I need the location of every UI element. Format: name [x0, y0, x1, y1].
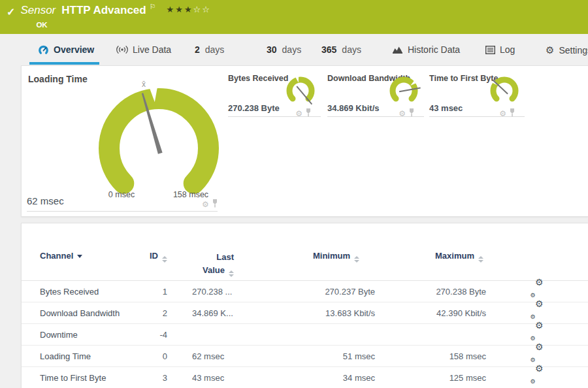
gauge-scale-max: 158 msec	[168, 190, 214, 199]
channel-name[interactable]: Loading Time	[40, 346, 139, 367]
gauges-panel: Loading Time x̄ 0 msec 158 msec 62 msec …	[21, 65, 588, 217]
channel-id: 2	[139, 302, 167, 324]
channel-maximum: 125 msec	[375, 367, 486, 388]
gauge-settings-gear-icon[interactable]: ⚙	[499, 110, 506, 118]
channel-name[interactable]: Bytes Received	[40, 281, 139, 302]
sort-arrows-icon	[478, 256, 483, 263]
gauge-settings-gear-icon[interactable]: ⚙	[202, 201, 209, 208]
channel-name[interactable]: Download Bandwidth	[40, 302, 139, 324]
tab-30-days[interactable]: 30 days	[267, 44, 301, 55]
tab-settings[interactable]: ⚙ Settings	[546, 44, 588, 56]
object-kind-label: Sensor	[20, 4, 56, 17]
mini-gauge-download-bandwidth: Download Bandwidth 34.869 Kbit/s ⚙	[327, 74, 424, 117]
divider	[27, 211, 218, 212]
priority-stars[interactable]: ★★★☆☆	[167, 5, 211, 14]
column-header-channel[interactable]: Channel	[40, 251, 139, 261]
channel-minimum: 51 msec	[264, 346, 375, 367]
tab-number: 30	[267, 44, 277, 55]
gauge-pin-icon[interactable]	[305, 108, 312, 120]
channel-last-value: 62 msec	[167, 346, 264, 367]
tab-label: days	[282, 44, 302, 55]
live-data-icon	[116, 45, 128, 54]
table-row: Loading Time 0 62 msec 51 msec 158 msec …	[22, 346, 588, 367]
tab-365-days[interactable]: 365 days	[321, 44, 361, 55]
tab-label: Live Data	[133, 44, 171, 55]
stars-filled[interactable]: ★★★	[167, 5, 193, 14]
tab-bar: Overview Live Data 2 days 30 days 365 da…	[0, 34, 588, 65]
sensor-title: HTTP Advanced	[61, 4, 146, 17]
sensor-status-badge: OK	[36, 21, 210, 29]
sort-arrows-icon	[162, 256, 167, 263]
mini-gauge-value: 34.869 Kbit/s	[327, 103, 380, 113]
channel-table-panel: Channel ID Last Value Minimum Maximum By…	[21, 223, 588, 388]
tab-label: Overview	[54, 44, 94, 55]
channel-maximum: 42.390 Kbit/s	[375, 302, 486, 324]
channel-name[interactable]: Downtime	[40, 324, 139, 346]
table-row: Time to First Byte 3 43 msec 34 msec 125…	[22, 367, 588, 388]
channel-id: 3	[139, 367, 167, 388]
bytes-received-gauge	[283, 75, 318, 108]
column-header-last-value[interactable]: Last Value	[167, 251, 264, 277]
table-row: Download Bandwidth 2 34.869 K... 13.683 …	[22, 302, 588, 324]
mini-gauge-value: 270.238 Byte	[228, 103, 280, 113]
gauge-settings-gear-icon[interactable]: ⚙	[295, 110, 302, 118]
primary-gauge-title: Loading Time	[28, 74, 88, 84]
channel-id: -4	[139, 324, 167, 346]
channel-settings-icon[interactable]: ⚙⚙	[531, 283, 544, 295]
sort-caret-down-icon	[77, 255, 82, 258]
tab-number: 365	[321, 44, 336, 55]
channel-last-value: 34.869 K...	[167, 302, 264, 324]
prtg-sensor-page: ✓ Sensor HTTP Advanced ⚐ ★★★☆☆ OK Overvi…	[0, 0, 588, 388]
tab-2-days[interactable]: 2 days	[195, 44, 224, 55]
sort-arrows-icon	[229, 270, 234, 277]
tab-label: days	[205, 44, 225, 55]
sensor-header: ✓ Sensor HTTP Advanced ⚐ ★★★☆☆ OK	[0, 0, 588, 34]
mini-gauge-bytes-received: Bytes Received 270.238 Byte ⚙	[228, 74, 321, 117]
channel-minimum: 13.683 Kbit/s	[264, 302, 375, 324]
table-header-row: Channel ID Last Value Minimum Maximum	[22, 248, 588, 281]
channel-last-value: 43 msec	[167, 367, 264, 388]
download-bandwidth-gauge	[386, 75, 421, 108]
channel-settings-icon[interactable]: ⚙⚙	[531, 304, 544, 316]
channel-id: 0	[139, 346, 167, 367]
gear-icon: ⚙	[546, 44, 554, 56]
channel-minimum: 270.237 Byte	[264, 281, 375, 302]
gauge-pin-icon[interactable]	[408, 108, 415, 120]
column-header-minimum[interactable]: Minimum	[264, 251, 375, 263]
stars-empty[interactable]: ☆☆	[193, 5, 211, 14]
channel-settings-icon[interactable]: ⚙⚙	[531, 348, 544, 359]
tab-overview[interactable]: Overview	[38, 44, 94, 55]
tab-number: 2	[195, 44, 200, 55]
tab-log[interactable]: Log	[485, 44, 515, 55]
channel-maximum: 270.238 Byte	[375, 281, 486, 302]
channel-settings-icon[interactable]: ⚙⚙	[531, 369, 544, 381]
primary-gauge-value: 62 msec	[27, 195, 64, 206]
gauge-pin-icon[interactable]	[509, 108, 515, 120]
mini-gauge-time-to-first-byte: Time to First Byte 43 msec ⚙	[429, 74, 525, 117]
table-row: Bytes Received 1 270.238 ... 270.237 Byt…	[22, 281, 588, 302]
gauge-settings-gear-icon[interactable]: ⚙	[399, 110, 406, 118]
table-row: Downtime -4 ⚙⚙	[22, 324, 588, 346]
channel-settings-icon[interactable]: ⚙⚙	[531, 326, 544, 338]
channel-name[interactable]: Time to First Byte	[40, 367, 139, 388]
sort-arrows-icon	[354, 256, 359, 263]
log-icon	[485, 46, 495, 54]
channel-last-value: 270.238 ...	[167, 281, 264, 302]
column-header-maximum[interactable]: Maximum	[375, 251, 486, 263]
status-check-icon: ✓	[7, 6, 15, 34]
gauge-scale-min: 0 msec	[99, 190, 144, 199]
average-marker: x̄	[142, 80, 146, 89]
mini-gauge-value: 43 msec	[429, 103, 463, 113]
channel-id: 1	[139, 281, 167, 302]
loading-time-gauge: x̄	[87, 70, 231, 194]
tab-label: Historic Data	[408, 44, 460, 55]
column-header-id[interactable]: ID	[139, 251, 167, 263]
gauge-pin-icon[interactable]	[212, 199, 218, 210]
tab-label: Settings	[559, 45, 588, 56]
priority-flag-icon[interactable]: ⚐	[150, 3, 156, 11]
tab-label: days	[342, 44, 361, 55]
tab-historic-data[interactable]: Historic Data	[392, 44, 460, 55]
time-to-first-byte-gauge	[487, 75, 522, 108]
tab-live-data[interactable]: Live Data	[116, 44, 171, 55]
gauge-icon	[38, 45, 49, 55]
